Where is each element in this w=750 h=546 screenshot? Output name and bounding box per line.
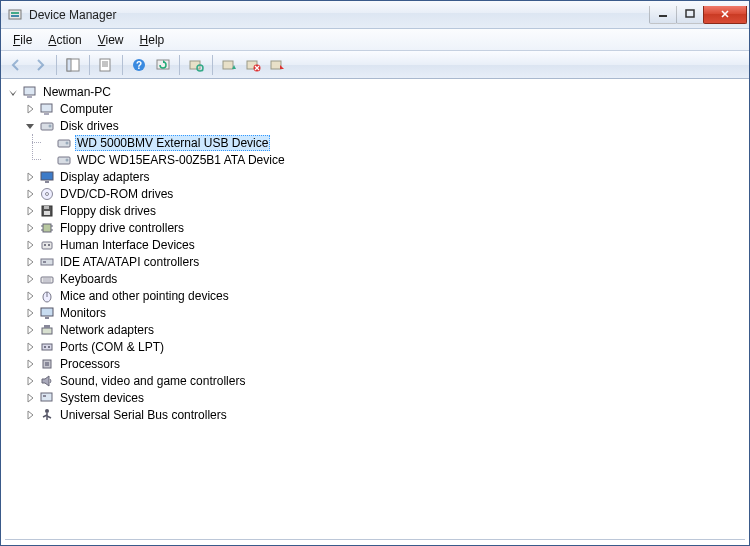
tree-device[interactable]: WDC WD15EARS-00Z5B1 ATA Device [41, 151, 743, 168]
expand-icon[interactable] [24, 256, 36, 268]
expand-icon[interactable] [24, 324, 36, 336]
port-icon [39, 339, 55, 355]
uninstall-button[interactable] [242, 54, 264, 76]
menu-file[interactable]: File [5, 31, 40, 49]
expand-icon[interactable] [24, 290, 36, 302]
computer-icon [39, 101, 55, 117]
scan-button[interactable] [185, 54, 207, 76]
category-label: Mice and other pointing devices [58, 289, 231, 303]
keyboard-icon [39, 271, 55, 287]
mouse-icon [39, 288, 55, 304]
expand-icon[interactable] [24, 222, 36, 234]
category-label: Processors [58, 357, 122, 371]
tree-category[interactable]: Human Interface Devices [24, 236, 743, 253]
monitor-icon [39, 305, 55, 321]
menu-action[interactable]: Action [40, 31, 89, 49]
ide-icon [39, 254, 55, 270]
app-icon [7, 7, 23, 23]
toolbar-separator [179, 55, 180, 75]
device-tree[interactable]: Newman-PC ComputerDisk drivesWD 5000BMV … [1, 79, 749, 545]
svg-rect-2 [11, 15, 19, 17]
expand-icon[interactable] [24, 205, 36, 217]
content-border [5, 539, 745, 541]
computer-icon [22, 84, 38, 100]
expand-icon[interactable] [24, 375, 36, 387]
tree-category[interactable]: Keyboards [24, 270, 743, 287]
menu-view[interactable]: View [90, 31, 132, 49]
close-button[interactable] [703, 6, 747, 24]
disable-button[interactable] [266, 54, 288, 76]
cpu-icon [39, 356, 55, 372]
window-title: Device Manager [29, 8, 116, 22]
category-label: Disk drives [58, 119, 121, 133]
svg-rect-21 [24, 87, 35, 95]
category-label: Sound, video and game controllers [58, 374, 247, 388]
tree-category[interactable]: Mice and other pointing devices [24, 287, 743, 304]
forward-button[interactable] [29, 54, 51, 76]
toolbar-separator [89, 55, 90, 75]
expand-icon[interactable] [24, 188, 36, 200]
expand-icon[interactable] [24, 341, 36, 353]
back-button[interactable] [5, 54, 27, 76]
tree-category[interactable]: Ports (COM & LPT) [24, 338, 743, 355]
expand-icon[interactable] [24, 307, 36, 319]
disk-icon [56, 135, 72, 151]
collapse-icon[interactable] [7, 86, 19, 98]
minimize-button[interactable] [649, 6, 677, 24]
update-driver-button[interactable] [218, 54, 240, 76]
tree-category[interactable]: Display adapters [24, 168, 743, 185]
expand-icon[interactable] [24, 392, 36, 404]
tree-category[interactable]: Computer [24, 100, 743, 117]
collapse-icon[interactable] [24, 120, 36, 132]
tree-category[interactable]: System devices [24, 389, 743, 406]
device-label: WD 5000BMV External USB Device [75, 135, 270, 151]
category-label: System devices [58, 391, 146, 405]
category-label: Floppy disk drives [58, 204, 158, 218]
hid-icon [39, 237, 55, 253]
toolbar-separator [122, 55, 123, 75]
properties-button[interactable] [95, 54, 117, 76]
svg-rect-22 [27, 96, 32, 98]
tree-category[interactable]: Floppy disk drives [24, 202, 743, 219]
category-label: Human Interface Devices [58, 238, 197, 252]
tree-device[interactable]: WD 5000BMV External USB Device [41, 134, 743, 151]
tree-category[interactable]: Processors [24, 355, 743, 372]
refresh-button[interactable] [152, 54, 174, 76]
titlebar: Device Manager [1, 1, 749, 29]
window-controls [650, 6, 747, 24]
expand-icon[interactable] [24, 273, 36, 285]
expand-icon[interactable] [24, 239, 36, 251]
tree-category[interactable]: DVD/CD-ROM drives [24, 185, 743, 202]
svg-rect-6 [67, 59, 71, 71]
system-icon [39, 390, 55, 406]
sound-icon [39, 373, 55, 389]
category-label: Keyboards [58, 272, 119, 286]
console-tree-button[interactable] [62, 54, 84, 76]
toolbar-separator [212, 55, 213, 75]
tree-category[interactable]: Sound, video and game controllers [24, 372, 743, 389]
svg-rect-17 [223, 61, 233, 69]
tree-root[interactable]: Newman-PC [7, 83, 743, 100]
toolbar-separator [56, 55, 57, 75]
tree-category[interactable]: Universal Serial Bus controllers [24, 406, 743, 423]
category-label: Computer [58, 102, 115, 116]
menu-help[interactable]: Help [132, 31, 173, 49]
tree-category[interactable]: Monitors [24, 304, 743, 321]
expand-icon[interactable] [24, 103, 36, 115]
expand-icon[interactable] [24, 409, 36, 421]
svg-line-16 [202, 70, 203, 71]
help-button[interactable]: ? [128, 54, 150, 76]
svg-rect-1 [11, 12, 19, 14]
chip-icon [39, 220, 55, 236]
tree-category[interactable]: Floppy drive controllers [24, 219, 743, 236]
category-label: Monitors [58, 306, 108, 320]
expand-icon[interactable] [24, 171, 36, 183]
category-label: DVD/CD-ROM drives [58, 187, 175, 201]
tree-category[interactable]: Network adapters [24, 321, 743, 338]
root-label: Newman-PC [41, 85, 113, 99]
maximize-button[interactable] [676, 6, 704, 24]
tree-category[interactable]: Disk drives [24, 117, 743, 134]
category-label: Universal Serial Bus controllers [58, 408, 229, 422]
expand-icon[interactable] [24, 358, 36, 370]
tree-category[interactable]: IDE ATA/ATAPI controllers [24, 253, 743, 270]
